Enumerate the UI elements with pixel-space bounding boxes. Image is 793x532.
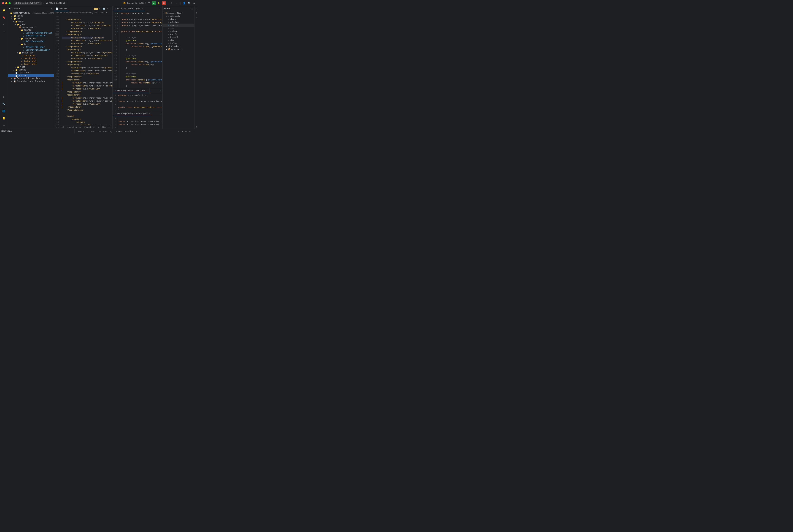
project-tool-button[interactable]: 📁 — [1, 8, 6, 13]
more-actions-button[interactable]: ⋯ — [175, 1, 178, 5]
maven-install[interactable]: ⊙ install — [163, 36, 194, 39]
sec-config-code[interactable]: import org.springframework.security.cont… — [117, 116, 162, 129]
debug-button[interactable]: 🐛 — [157, 1, 161, 5]
log-pause-icon[interactable]: ⏸ — [181, 130, 184, 133]
tree-item-hack1[interactable]: ◇ hack.html — [8, 54, 54, 57]
tree-item-ext-libs[interactable]: ▶ 📚 External Libraries — [8, 77, 54, 80]
close-tab-icon[interactable]: ✕ — [142, 8, 143, 10]
maven-test[interactable]: ⊙ test — [163, 27, 194, 30]
pom-editor[interactable]: 6162636465 6667686970 7172737475 7677787… — [54, 14, 112, 125]
sec-init-code[interactable]: package com.example.init; import org.spr… — [117, 93, 162, 111]
log-clear-icon[interactable]: 🗑 — [184, 130, 188, 133]
tree-item-src[interactable]: ▼ 📁 src — [8, 17, 54, 20]
maven-validate[interactable]: ⊙ validate — [163, 21, 194, 24]
close-button[interactable] — [2, 2, 4, 4]
tree-item-config[interactable]: ▼ 📁 config — [8, 29, 54, 32]
tree-item-root[interactable]: ▼ 📁 SecurityStudy ~/Desktop/CS/JavaEE/4 … — [8, 12, 54, 15]
sec-init-tab[interactable]: ☕ SecurityInitializer.java ✕ — [113, 88, 150, 93]
log-settings-icon[interactable]: ⚙ — [188, 130, 191, 133]
tree-item-hello[interactable]: ☕ HelloController — [8, 40, 54, 43]
more-tool-button[interactable]: ⋯ — [1, 29, 6, 34]
tree-item-resources[interactable]: ▼ 📁 resources — [8, 52, 54, 54]
maven-compile[interactable]: ⊙ compile — [163, 24, 194, 27]
tree-item-java[interactable]: ▼ 📁 java — [8, 23, 54, 26]
stop-button[interactable]: ■ — [162, 1, 166, 5]
maven-verify[interactable]: ⊙ verify — [163, 33, 194, 36]
log-more-icon[interactable]: ⋮ — [192, 130, 195, 133]
bookmarks-button[interactable]: 🔖 — [1, 15, 6, 20]
notifications-button[interactable]: 🔔 — [1, 116, 6, 120]
structure-button[interactable]: ⚡ — [1, 22, 6, 27]
main-init-editor[interactable]: 12345 678910 1112131415 1617181920 21222… — [113, 11, 162, 88]
run-button[interactable]: ▶ — [152, 1, 156, 5]
tree-item-controller[interactable]: ▼ 📁 controller — [8, 37, 54, 40]
sidebar-header: Project ▼ ⚙ — [8, 6, 54, 11]
gear-icon[interactable]: ⚙ — [51, 7, 52, 10]
maven-clean[interactable]: ⊙ clean — [163, 18, 194, 21]
tree-item-target[interactable]: ▶ 📁 target — [8, 69, 54, 71]
maven-lifecycle-group[interactable]: ▼ ⚡ Lifecycle — [163, 15, 194, 18]
reload-icon[interactable]: 🔄 — [102, 8, 106, 10]
maven-plugins-group[interactable]: ▶ 🔌 Plugins — [163, 45, 194, 48]
breadcrumb-artifactid[interactable]: artifactId — [97, 126, 111, 129]
services-button[interactable]: 🔧 — [1, 101, 6, 106]
maven-deploy[interactable]: ⊙ deploy — [163, 42, 194, 45]
tree-item-main-init[interactable]: ☕ MainInitializer — [8, 46, 54, 49]
tree-item-gitignore[interactable]: 📄 .gitignore — [8, 71, 54, 74]
log-tab-server[interactable]: Server — [76, 129, 87, 133]
more-icon[interactable]: ⋯ — [109, 8, 111, 10]
tree-item-security-config[interactable]: ☕ SecurityConfiguration — [8, 32, 54, 35]
account-button[interactable]: 👤 — [182, 1, 186, 5]
search-everywhere-button[interactable]: 🔍 — [187, 1, 191, 5]
maven-more-icon[interactable]: ⋮ — [191, 7, 193, 10]
sec-init-editor[interactable]: 1234567 package com.example.init; import… — [113, 93, 162, 111]
rt-btn-2[interactable]: ↕ — [195, 11, 198, 15]
sec-config-editor[interactable]: 456 789 import org.springframework.secur… — [113, 116, 162, 129]
main-init-tab[interactable]: ☕ MainInitializer.java ✕ — [113, 6, 145, 11]
tree-item-hack2[interactable]: ◇ hack2.html — [8, 57, 54, 60]
pom-tab[interactable]: 📄 pom.xml — [54, 6, 69, 11]
tree-item-com[interactable]: ▼ 📦 com.example — [8, 26, 54, 29]
version-control-label[interactable]: Version control — [46, 2, 65, 4]
tree-item-test[interactable]: ▶ 📁 test — [8, 66, 54, 69]
collapse-icon[interactable]: ⊟ — [106, 8, 109, 10]
close-sec-init-icon[interactable]: ✕ — [147, 90, 148, 92]
project-selector[interactable]: SS SS SecurityStudy ▼ — [14, 2, 42, 5]
main-init-code[interactable]: package com.example.init; import com.exa… — [120, 11, 162, 88]
maven-site[interactable]: ⊙ site — [163, 39, 194, 42]
log-tab-catalina[interactable]: Tomcat Catalina Log — [114, 129, 140, 133]
settings-tool-button[interactable]: ⚙ — [1, 123, 6, 128]
breadcrumb-dependency[interactable]: dependency — [82, 126, 96, 129]
settings-button[interactable]: ⚙ — [192, 1, 196, 5]
breadcrumb-dependencies[interactable]: dependencies — [66, 126, 82, 129]
search-run-config-button[interactable]: ⚲ — [147, 1, 151, 5]
profile-button[interactable]: ⚙ — [170, 1, 173, 5]
git-button[interactable]: 🌐 — [1, 109, 6, 113]
tree-item-login[interactable]: ◇ login.html — [8, 63, 54, 66]
maven-dependencies-group[interactable]: ▶ 📦 Depende... — [163, 48, 194, 51]
tree-item-scratches[interactable]: ▶ 📋 Scratches and Consoles — [8, 80, 54, 83]
tree-item-main[interactable]: ▼ 📁 main — [8, 20, 54, 23]
rt-btn-3[interactable]: ⇄ — [195, 16, 198, 19]
breadcrumb-pom[interactable]: pom.xml — [55, 126, 65, 129]
tree-item-sec-init[interactable]: ☕ SecurityInitializer — [8, 49, 54, 52]
tree-item-web-config[interactable]: ☕ WebConfiguration — [8, 35, 54, 37]
log-tab-localhost[interactable]: Tomcat Localhost Log — [87, 129, 114, 133]
rt-btn-1[interactable]: ⊟ — [195, 7, 198, 10]
tree-item-init[interactable]: ▼ 📁 init — [8, 43, 54, 46]
maximize-button[interactable] — [8, 2, 11, 4]
tree-item-index[interactable]: ◇ index.html — [8, 60, 54, 63]
rt-btn-4[interactable]: ⚙ — [195, 125, 198, 128]
close-sec-config-icon[interactable]: ✕ — [149, 113, 150, 115]
tree-item-pom[interactable]: 📄 pom.xml — [8, 74, 54, 77]
run-tool-button[interactable]: ▶ — [1, 94, 6, 99]
log-reload-icon[interactable]: ↺ — [176, 130, 180, 133]
maven-project-root[interactable]: ▼ M SecurityStudy — [163, 12, 194, 15]
run-icon[interactable]: ▶ — [99, 8, 101, 10]
split-icon[interactable]: ⋮ — [159, 8, 161, 10]
pom-code[interactable]: <dependency> <groupId>org.slf4j</groupId… — [60, 14, 112, 125]
maven-package[interactable]: ⊙ package — [163, 30, 194, 33]
minimize-button[interactable] — [5, 2, 7, 4]
tree-item-idea[interactable]: ▶ 📁 .idea — [8, 15, 54, 17]
sec-config-tab[interactable]: ☕ SecurityConfiguration.java ✕ — [113, 111, 152, 116]
